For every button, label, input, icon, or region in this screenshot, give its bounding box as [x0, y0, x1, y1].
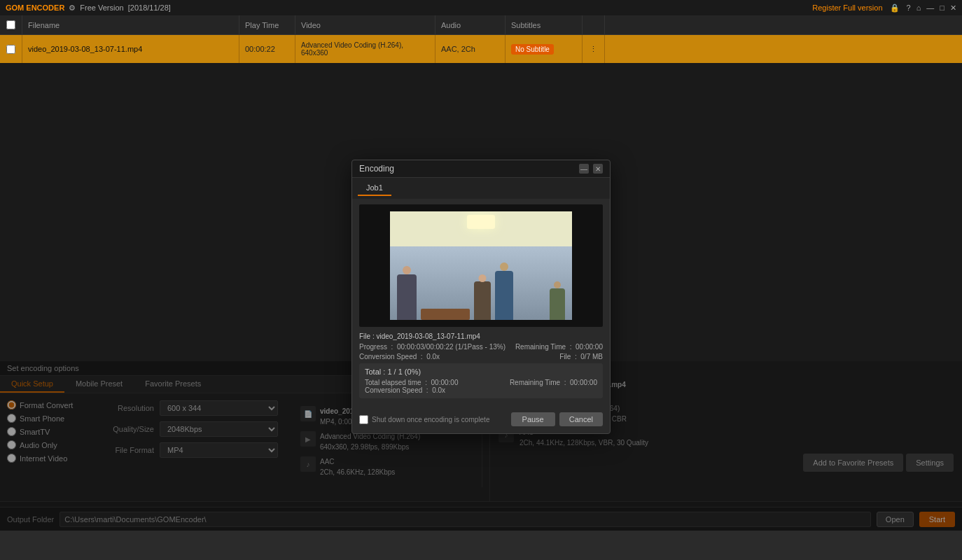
col-header-video: Video	[295, 15, 435, 34]
modal-title: Encoding	[359, 164, 394, 174]
file-row-video: Advanced Video Coding (H.264), 640x360	[295, 35, 435, 63]
col-header-checkbox	[0, 15, 22, 34]
col-header-subtitles: Subtitles	[506, 15, 583, 34]
file-row-checkbox[interactable]	[0, 35, 22, 63]
date-label: [2018/11/28]	[128, 4, 171, 12]
modal-close-button[interactable]: ✕	[593, 164, 603, 174]
help-icon[interactable]: ?	[907, 4, 911, 12]
modal-footer: Shut down once encoding is complete Paus…	[352, 408, 610, 433]
app-branding: GOM ENCODER ⚙ Free Version [2018/11/28]	[6, 4, 171, 13]
gear-icon[interactable]: ⚙	[69, 4, 76, 13]
total-speed-row: Conversion Speed : 0.0x	[365, 386, 597, 394]
shutdown-checkbox[interactable]	[359, 415, 368, 424]
file-row-playtime: 00:00:22	[239, 35, 295, 63]
modal-body: File : video_2019-03-08_13-07-11.mp4 Pro…	[352, 199, 610, 408]
total-elapsed-label: Total elapsed time : 00:00:00	[365, 379, 458, 386]
progress-label: Progress : 00:00:03/00:00:22 (1/1Pass - …	[359, 343, 506, 351]
modal-controls: — ✕	[579, 164, 603, 174]
file-row-audio: AAC, 2Ch	[435, 35, 506, 63]
cancel-encoding-button[interactable]: Cancel	[559, 412, 603, 426]
modal-minimize-button[interactable]: —	[579, 164, 589, 174]
encoding-modal: Encoding — ✕ Job1	[351, 160, 611, 434]
conversion-speed-label: Conversion Speed : 0.0x	[359, 353, 440, 360]
video-preview	[359, 204, 603, 327]
modal-tab-job1[interactable]: Job1	[358, 181, 391, 196]
scene-people	[390, 257, 572, 320]
top-bar-right: Register Full version 🔒 ? ⌂ — □ ✕	[812, 4, 956, 13]
modal-overlay: Encoding — ✕ Job1	[0, 63, 962, 531]
version-label: Free Version	[80, 4, 123, 12]
pause-button[interactable]: Pause	[511, 412, 555, 426]
scene-light	[467, 215, 495, 229]
total-section: Total : 1 / 1 (0%) Total elapsed time : …	[359, 363, 603, 398]
file-row-filename: video_2019-03-08_13-07-11.mp4	[22, 35, 239, 63]
col-header-audio: Audio	[435, 15, 506, 34]
file-list-header: Filename Play Time Video Audio Subtitles	[0, 15, 962, 35]
col-header-playtime: Play Time	[239, 15, 295, 34]
total-speed-label: Conversion Speed : 0.0x	[365, 386, 445, 394]
video-frame	[390, 211, 572, 320]
file-size-label: File : 0/7 MB	[559, 353, 603, 360]
file-row-subtitles: No Subtitle	[506, 35, 583, 63]
progress-section: Progress : 00:00:03/00:00:22 (1/1Pass - …	[359, 343, 603, 360]
col-header-more	[583, 15, 605, 34]
maximize-icon[interactable]: □	[940, 4, 944, 12]
scene-ceiling	[390, 211, 572, 246]
col-header-filename: Filename	[22, 15, 239, 34]
home-icon[interactable]: ⌂	[916, 4, 921, 12]
modal-titlebar: Encoding — ✕	[352, 160, 610, 178]
remaining-time-label: Remaining Time : 00:00:00	[515, 343, 603, 351]
main-area: Set encoding options Quick Setup Mobile …	[0, 63, 962, 531]
register-link[interactable]: Register Full version	[812, 4, 882, 12]
modal-file-label: File : video_2019-03-08_13-07-11.mp4	[359, 332, 603, 340]
progress-row: Progress : 00:00:03/00:00:22 (1/1Pass - …	[359, 343, 603, 351]
total-elapsed-row: Total elapsed time : 00:00:00 Remaining …	[365, 379, 597, 386]
window-controls: ? ⌂ — □ ✕	[907, 4, 956, 13]
close-icon[interactable]: ✕	[950, 4, 956, 13]
app-logo: GOM ENCODER	[6, 4, 64, 12]
lock-icon: 🔒	[890, 4, 900, 13]
shutdown-check[interactable]: Shut down once encoding is complete	[359, 415, 489, 424]
top-bar: GOM ENCODER ⚙ Free Version [2018/11/28] …	[0, 0, 962, 15]
conversion-speed-row: Conversion Speed : 0.0x File : 0/7 MB	[359, 353, 603, 360]
total-title: Total : 1 / 1 (0%)	[365, 368, 597, 376]
file-row-more[interactable]: ⋮	[583, 35, 605, 63]
modal-action-buttons: Pause Cancel	[511, 412, 603, 426]
total-remaining-label: Remaining Time : 00:00:00	[510, 379, 597, 386]
select-all-checkbox[interactable]	[6, 20, 15, 29]
minimize-icon[interactable]: —	[926, 4, 934, 12]
file-row[interactable]: video_2019-03-08_13-07-11.mp4 00:00:22 A…	[0, 35, 962, 63]
